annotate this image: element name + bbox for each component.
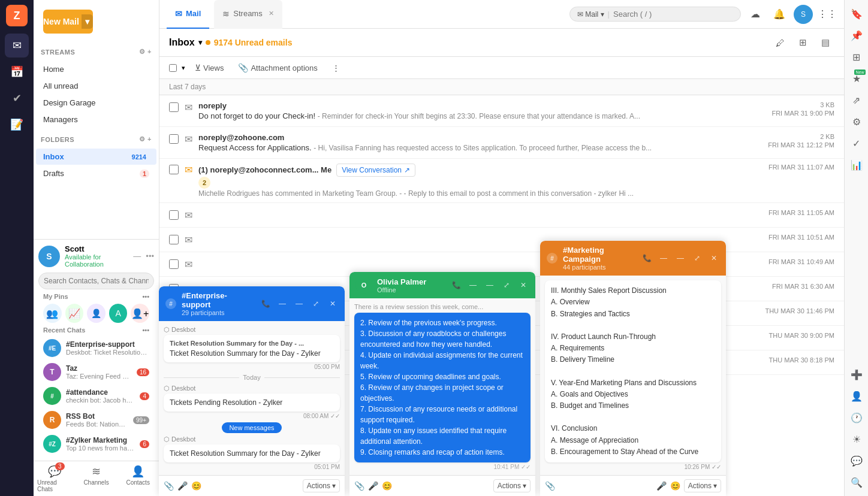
email-row[interactable]: ✉ FRI MAR 31 11:05 AM	[159, 203, 844, 228]
user-avatar[interactable]: S	[794, 5, 813, 24]
grid-view-icon[interactable]: ⊞	[794, 34, 812, 52]
olivia-minimize-icon[interactable]: —	[484, 279, 496, 291]
streams-tab-close[interactable]: ✕	[269, 10, 274, 17]
new-mail-button[interactable]: New Mail ▾	[43, 10, 93, 34]
right-settings-icon[interactable]: ⚙	[848, 113, 866, 131]
olivia-actions-button[interactable]: Actions ▾	[493, 479, 531, 492]
sidebar-item-managers[interactable]: Managers	[36, 111, 156, 128]
email-row-3[interactable]: ✉ (1) noreply@zohoconnect.com... Me View…	[159, 159, 844, 202]
pin-icon-1[interactable]: 👥	[43, 304, 62, 323]
pin-icon-5[interactable]: 👤+	[131, 304, 149, 323]
folders-settings-icon[interactable]: ⚙	[139, 135, 146, 143]
marketing-actions-button[interactable]: Actions ▾	[684, 479, 721, 492]
chat-item-attendance[interactable]: # #attendance checkin bot: Jacob has che…	[43, 384, 149, 408]
attachment-options-button[interactable]: 📎 Attachment options	[233, 61, 322, 75]
enterprise-emoji-icon[interactable]: 😊	[191, 481, 201, 491]
email-row[interactable]: ✉ FRI MAR 31 10:51 AM	[159, 228, 844, 252]
email-checkbox-3[interactable]	[169, 165, 179, 174]
right-person-icon[interactable]: 👤	[848, 387, 866, 405]
email-checkbox-6[interactable]	[169, 259, 179, 269]
right-message-icon[interactable]: 💬	[848, 452, 866, 470]
enterprise-call-icon[interactable]: 📞	[260, 298, 272, 310]
chat-item-zylker-marketing[interactable]: #Z #Zylker Marketing Top 10 news from ha…	[43, 432, 149, 456]
app-logo[interactable]: Z	[6, 5, 28, 26]
scott-minimize-icon[interactable]: —	[133, 252, 141, 261]
search-input[interactable]	[613, 10, 733, 19]
scott-more-icon[interactable]: •••	[146, 252, 154, 261]
columns-view-icon[interactable]: ▤	[816, 34, 834, 52]
cloud-sync-icon[interactable]: ☁	[746, 5, 765, 24]
enterprise-minimize-icon[interactable]: —	[293, 298, 305, 310]
right-pin-icon[interactable]: 📌	[848, 26, 866, 44]
right-sun-icon[interactable]: ☀	[848, 430, 866, 448]
marketing-call-icon[interactable]: 📞	[641, 252, 653, 264]
right-search-icon[interactable]: 🔍	[848, 473, 866, 491]
calendar-nav-icon[interactable]: 📅	[5, 60, 29, 84]
streams-settings-icon[interactable]: ⚙	[139, 48, 146, 56]
right-clock-icon[interactable]: 🕐	[848, 409, 866, 427]
right-new-icon[interactable]: ★ New	[848, 69, 866, 87]
contacts-nav[interactable]: 👤 Contacts	[117, 461, 159, 496]
pin-icon-4[interactable]: A	[109, 304, 128, 323]
search-contacts-input[interactable]	[38, 273, 154, 289]
enterprise-actions-button[interactable]: Actions ▾	[303, 479, 340, 492]
marketing-close-icon[interactable]: ✕	[708, 252, 720, 264]
chat-item-rss[interactable]: R RSS Bot Feeds Bot: National News 99+	[43, 408, 149, 432]
views-button[interactable]: ⊻ Views	[190, 61, 228, 75]
unread-chats-nav[interactable]: 💬 Unread Chats 3	[34, 461, 76, 496]
more-options-button[interactable]: ⋮	[327, 61, 345, 75]
compose-icon[interactable]: 🖊	[771, 34, 789, 52]
sidebar-item-home[interactable]: Home	[36, 61, 156, 77]
pin-icon-3[interactable]: 👤	[87, 304, 106, 323]
marketing-mute-icon[interactable]: —	[658, 252, 670, 264]
email-checkbox-2[interactable]	[169, 134, 179, 144]
marketing-attachment-icon[interactable]: 📎	[545, 481, 555, 491]
sidebar-item-drafts[interactable]: Drafts 1	[36, 165, 156, 182]
olivia-attachment-icon[interactable]: 📎	[354, 481, 364, 491]
folders-add-icon[interactable]: +	[147, 135, 152, 143]
olivia-expand-icon[interactable]: ⤢	[501, 279, 513, 291]
olivia-call-icon[interactable]: 📞	[450, 279, 462, 291]
enterprise-attachment-icon[interactable]: 📎	[164, 481, 174, 491]
mail-nav-icon[interactable]: ✉	[5, 34, 29, 58]
right-share-icon[interactable]: ⇗	[848, 91, 866, 109]
right-check-icon[interactable]: ✓	[848, 134, 866, 152]
right-chart-icon[interactable]: 📊	[848, 156, 866, 174]
email-checkbox-5[interactable]	[169, 235, 179, 244]
enterprise-mute-icon[interactable]: —	[276, 298, 288, 310]
my-pins-more-icon[interactable]: •••	[142, 293, 149, 300]
email-checkbox-4[interactable]	[169, 210, 179, 220]
chat-item-taz[interactable]: T Taz Taz: Evening Feed Scheduler s... 1…	[43, 360, 149, 384]
olivia-mic-icon[interactable]: 🎤	[368, 481, 378, 491]
new-mail-dropdown-arrow[interactable]: ▾	[82, 14, 93, 29]
enterprise-close-icon[interactable]: ✕	[327, 298, 339, 310]
marketing-expand-icon[interactable]: ⤢	[691, 252, 703, 264]
email-row[interactable]: ✉ noreply Do not forget to do your Check…	[159, 95, 844, 127]
sidebar-item-inbox[interactable]: Inbox 9214	[36, 149, 156, 165]
marketing-chat-input[interactable]	[559, 482, 653, 490]
olivia-close-icon[interactable]: ✕	[517, 279, 529, 291]
tab-streams[interactable]: ≋ Streams ✕	[214, 0, 282, 29]
marketing-minimize-icon[interactable]: —	[674, 252, 686, 264]
notifications-icon[interactable]: 🔔	[770, 5, 789, 24]
enterprise-expand-icon[interactable]: ⤢	[310, 298, 322, 310]
checkbox-dropdown-icon[interactable]: ▾	[182, 64, 185, 72]
channels-nav[interactable]: ≋ Channels	[76, 461, 117, 496]
right-grid-icon[interactable]: ⊞	[848, 48, 866, 66]
enterprise-mic-icon[interactable]: 🎤	[177, 481, 188, 491]
streams-add-icon[interactable]: +	[147, 48, 152, 56]
chat-item-enterprise[interactable]: #E #Enterprise-support Deskbot: Ticket R…	[43, 336, 149, 360]
email-checkbox-1[interactable]	[169, 102, 179, 112]
pin-icon-2[interactable]: 📈	[65, 304, 84, 323]
right-bookmark-icon[interactable]: 🔖	[848, 5, 866, 23]
email-row[interactable]: ✉ noreply@zohoone.com Request Access for…	[159, 127, 844, 159]
tasks-nav-icon[interactable]: ✔	[5, 86, 29, 110]
right-add-icon[interactable]: ➕	[848, 365, 866, 383]
search-bar[interactable]: ✉ Mail ▾ |	[569, 7, 741, 22]
apps-grid-icon[interactable]: ⋮⋮	[818, 5, 837, 24]
inbox-dropdown-icon[interactable]: ▾	[198, 38, 202, 47]
select-all-checkbox[interactable]	[169, 64, 177, 72]
view-conversation-button[interactable]: View Conversation ↗	[336, 164, 415, 177]
recent-chats-more-icon[interactable]: •••	[142, 326, 149, 334]
tab-mail[interactable]: ✉ Mail	[167, 0, 209, 29]
